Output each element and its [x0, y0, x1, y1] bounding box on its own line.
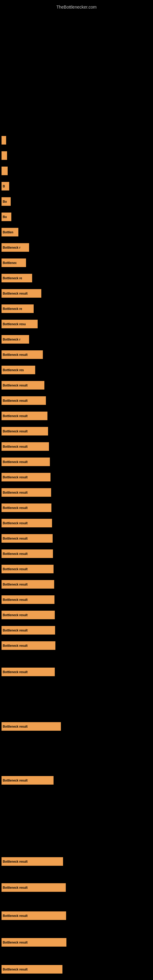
- result-bar[interactable]: Bottleneck result: [2, 776, 54, 784]
- bar-label: Bottleneck result: [3, 629, 27, 632]
- result-bar[interactable]: Bottleneck result: [2, 396, 46, 405]
- result-bar[interactable]: Bottleneck re: [2, 304, 33, 313]
- bar-row: Bottleneck r: [0, 242, 153, 253]
- bar-row: Bottleneck resu: [0, 318, 153, 329]
- bar-label: Bottleneck result: [3, 491, 27, 494]
- result-bar[interactable]: Bottleneck result: [2, 595, 54, 604]
- result-bar[interactable]: Bottleneck re: [2, 274, 32, 282]
- bar-row: Bottleneck result: [0, 410, 153, 422]
- result-bar[interactable]: Bottleneck result: [2, 580, 54, 589]
- bar-row: Bottleneck result: [0, 426, 153, 437]
- bar-row: B: [0, 181, 153, 192]
- result-bar[interactable]: Bottleneck r: [2, 243, 29, 252]
- result-bar[interactable]: Bottleneck res: [2, 366, 35, 374]
- bar-label: Bottleneck result: [3, 537, 27, 540]
- bar-label: Bottleneck result: [3, 522, 27, 525]
- result-bar[interactable]: Bottleneck result: [2, 427, 48, 436]
- result-bar[interactable]: Bottlen: [2, 228, 18, 236]
- bar-label: Bottleneck re: [3, 277, 22, 280]
- result-bar[interactable]: Bottleneck result: [2, 503, 51, 512]
- bar-label: Bo: [3, 200, 7, 204]
- result-bar[interactable]: Bottleneck result: [2, 668, 55, 676]
- bar-label: Bottleneck result: [3, 914, 27, 918]
- result-bar[interactable]: Bottleneck result: [2, 912, 66, 920]
- bar-label: Bottleneck res: [3, 368, 24, 372]
- bar-label: Bottleneck result: [3, 476, 27, 479]
- bar-label: Bottleneck result: [3, 886, 27, 889]
- bar-label: Bo: [3, 215, 7, 219]
- result-bar[interactable]: Bottleneck result: [2, 938, 66, 947]
- bar-row: Bottleneck result: [0, 964, 153, 975]
- result-bar[interactable]: Bottleneck resu: [2, 320, 38, 328]
- bar-label: Bottleneck result: [3, 445, 27, 449]
- bar-row: Bottleneck result: [0, 594, 153, 605]
- bar-row: Bottleneck result: [0, 667, 153, 678]
- bar-label: Bottleneck result: [3, 779, 27, 782]
- result-bar[interactable]: Bottleneck result: [2, 442, 49, 451]
- bar-row: Bottleneck result: [0, 349, 153, 360]
- bar-label: Bottleneck result: [3, 598, 27, 601]
- result-bar[interactable]: Bottleneck result: [2, 458, 50, 466]
- result-bar[interactable]: Bottleneck result: [2, 722, 61, 731]
- bar-label: Bottleneck r: [3, 338, 21, 341]
- bar-label: Bottleneck result: [3, 860, 27, 863]
- result-bar[interactable]: Bottleneck result: [2, 965, 62, 974]
- bar-row: [0, 135, 153, 146]
- bar-label: Bottleneck re: [3, 307, 22, 310]
- bar-label: Bottleneck result: [3, 552, 27, 555]
- bar-label: Bottleneck result: [3, 430, 27, 433]
- bar-label: Bottleneck result: [3, 670, 27, 674]
- result-bar[interactable]: Bottleneck result: [2, 549, 53, 558]
- bar-row: Bottlen: [0, 227, 153, 238]
- bar-label: Bottlenec: [3, 261, 17, 265]
- bar-row: Bottleneck result: [0, 579, 153, 590]
- result-bar[interactable]: Bottleneck result: [2, 857, 63, 866]
- bar-row: Bottleneck result: [0, 856, 153, 867]
- bar-row: Bottlenec: [0, 257, 153, 268]
- result-bar[interactable]: Bo: [2, 197, 11, 206]
- result-bar[interactable]: Bottleneck result: [2, 350, 43, 359]
- bar-label: Bottleneck result: [3, 968, 27, 971]
- result-bar[interactable]: [2, 136, 6, 145]
- result-bar[interactable]: Bottleneck result: [2, 534, 53, 542]
- bar-row: Bottleneck result: [0, 548, 153, 559]
- result-bar[interactable]: Bottleneck result: [2, 473, 51, 481]
- result-bar[interactable]: Bo: [2, 213, 11, 221]
- result-bar[interactable]: Bottleneck result: [2, 289, 41, 298]
- bar-row: Bottleneck result: [0, 456, 153, 467]
- result-bar[interactable]: Bottleneck result: [2, 488, 51, 497]
- site-title: TheBottlenecker.com: [0, 2, 153, 11]
- bar-row: Bottleneck result: [0, 533, 153, 544]
- result-bar[interactable]: [2, 151, 7, 160]
- bar-label: Bottleneck result: [3, 941, 27, 944]
- bar-row: Bottleneck result: [0, 609, 153, 620]
- bar-label: Bottleneck r: [3, 246, 21, 249]
- bar-label: Bottleneck result: [3, 292, 27, 295]
- result-bar[interactable]: Bottlenec: [2, 258, 26, 267]
- bar-row: Bottleneck result: [0, 517, 153, 528]
- result-bar[interactable]: Bottleneck result: [2, 626, 55, 635]
- result-bar[interactable]: Bottleneck result: [2, 883, 66, 892]
- bar-label: Bottleneck result: [3, 506, 27, 510]
- bar-label: Bottleneck resu: [3, 323, 26, 326]
- result-bar[interactable]: Bottleneck result: [2, 381, 45, 390]
- bar-label: Bottleneck result: [3, 353, 27, 356]
- bar-row: Bottleneck result: [0, 882, 153, 893]
- bar-label: Bottleneck result: [3, 568, 27, 571]
- bar-label: Bottlen: [3, 231, 13, 234]
- bar-row: Bottleneck result: [0, 472, 153, 483]
- bar-row: Bottleneck result: [0, 288, 153, 299]
- result-bar[interactable]: B: [2, 182, 9, 191]
- result-bar[interactable]: [2, 167, 8, 175]
- result-bar[interactable]: Bottleneck r: [2, 335, 29, 344]
- result-bar[interactable]: Bottleneck result: [2, 412, 48, 420]
- bar-label: Bottleneck result: [3, 399, 27, 402]
- bar-row: Bottleneck result: [0, 910, 153, 921]
- result-bar[interactable]: Bottleneck result: [2, 641, 56, 650]
- bar-label: Bottleneck result: [3, 725, 27, 728]
- result-bar[interactable]: Bottleneck result: [2, 519, 52, 527]
- result-bar[interactable]: Bottleneck result: [2, 565, 54, 573]
- result-bar[interactable]: Bottleneck result: [2, 611, 55, 619]
- bar-label: Bottleneck result: [3, 460, 27, 464]
- bar-label: Bottleneck result: [3, 613, 27, 617]
